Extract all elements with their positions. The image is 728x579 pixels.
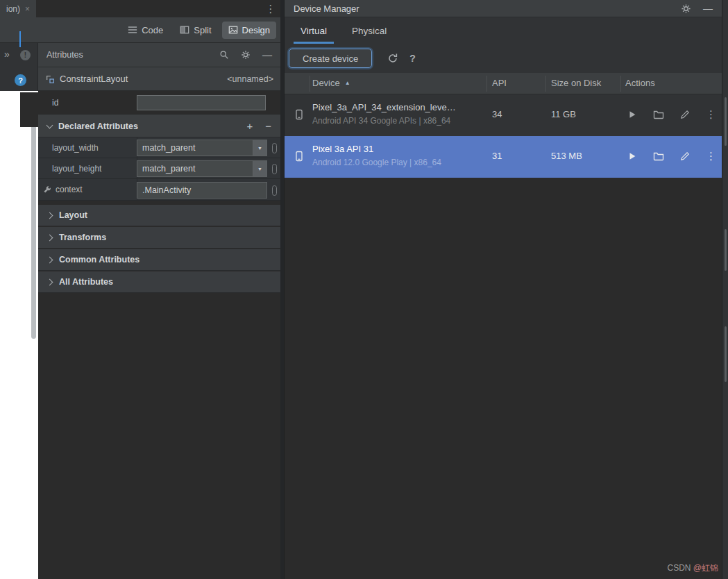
tab-virtual-label: Virtual bbox=[300, 26, 327, 36]
device-size: 11 GB bbox=[551, 109, 576, 119]
column-header-device[interactable]: Device ▲ bbox=[312, 78, 350, 88]
phone-device-icon bbox=[294, 151, 305, 162]
split-mode-button[interactable]: Split bbox=[173, 22, 217, 39]
chevron-down-icon[interactable]: ▼ bbox=[253, 161, 266, 176]
attribute-label: context bbox=[56, 185, 83, 194]
design-icon bbox=[228, 25, 238, 35]
tools-attribute-pill-icon[interactable] bbox=[272, 185, 277, 196]
edit-pencil-icon[interactable] bbox=[680, 151, 690, 161]
id-label: id bbox=[52, 98, 58, 108]
section-transforms[interactable]: Transforms bbox=[38, 227, 280, 249]
tools-attribute-pill-icon[interactable] bbox=[272, 164, 277, 174]
canvas-scrollbar[interactable] bbox=[31, 97, 36, 339]
section-all-attributes[interactable]: All Attributes bbox=[38, 271, 280, 293]
editor-more-icon[interactable]: ⋮ bbox=[264, 1, 278, 16]
device-manager-tabs: Virtual Physical bbox=[285, 17, 722, 44]
attribute-label: layout_width bbox=[52, 137, 99, 158]
design-canvas[interactable] bbox=[0, 91, 38, 579]
component-name: ConstraintLayout bbox=[60, 74, 128, 84]
split-mode-label: Split bbox=[194, 25, 211, 35]
attribute-label: layout_height bbox=[52, 158, 101, 178]
editor-tab-strip: ion) × ⋮ bbox=[0, 0, 280, 17]
wrench-icon bbox=[43, 185, 51, 194]
attributes-title: Attributes bbox=[46, 50, 83, 60]
sort-ascending-icon[interactable]: ▲ bbox=[345, 80, 350, 86]
context-field[interactable]: .MainActivity bbox=[137, 182, 267, 199]
device-row[interactable]: Pixel_3a_API_34_extension_leve… Android … bbox=[285, 94, 722, 136]
chevron-right-icon bbox=[46, 278, 53, 285]
column-header-device-label: Device bbox=[312, 78, 340, 88]
code-mode-button[interactable]: Code bbox=[121, 22, 169, 39]
device-api: 31 bbox=[492, 151, 502, 161]
gear-icon[interactable] bbox=[681, 3, 691, 14]
declared-attributes-header[interactable]: Declared Attributes + − bbox=[38, 115, 280, 137]
device-manager-toolbar: Create device ? bbox=[285, 44, 722, 73]
help-badge-icon[interactable]: ? bbox=[15, 74, 26, 86]
stripe-mark bbox=[725, 326, 727, 382]
chevron-down-icon[interactable]: ▼ bbox=[253, 140, 266, 156]
refresh-icon[interactable] bbox=[387, 53, 398, 64]
attributes-header: Attributes — bbox=[38, 43, 280, 67]
tab-virtual[interactable]: Virtual bbox=[290, 17, 337, 44]
launch-play-icon[interactable] bbox=[627, 110, 637, 119]
device-manager-panel: Device Manager — Virtual Physical Create bbox=[284, 0, 722, 579]
chevron-down-icon bbox=[46, 121, 53, 128]
column-header-api[interactable]: API bbox=[492, 78, 507, 88]
minimize-icon[interactable]: — bbox=[262, 51, 272, 58]
design-mode-button[interactable]: Design bbox=[222, 22, 276, 39]
attributes-panel: Attributes — Constraint bbox=[38, 43, 280, 579]
header-divider bbox=[545, 76, 546, 92]
add-attribute-icon[interactable]: + bbox=[246, 120, 253, 132]
device-row-selected[interactable]: Pixel 3a API 31 Android 12.0 Google Play… bbox=[285, 136, 722, 178]
tab-physical-label: Physical bbox=[352, 26, 387, 36]
device-name: Pixel 3a API 31 bbox=[312, 144, 373, 154]
tab-physical[interactable]: Physical bbox=[341, 17, 397, 44]
attribute-row-layout-height: layout_height match_parent ▼ bbox=[38, 158, 280, 179]
gear-icon[interactable] bbox=[241, 50, 251, 60]
right-toolwindow-stripe bbox=[722, 0, 728, 579]
create-device-button[interactable]: Create device bbox=[289, 49, 372, 68]
layout-height-combobox[interactable]: match_parent ▼ bbox=[137, 160, 267, 177]
chevron-right-icon bbox=[46, 234, 53, 241]
layout-width-combobox[interactable]: match_parent ▼ bbox=[137, 140, 267, 156]
component-tree-item-constraintlayout[interactable]: ConstraintLayout <unnamed> bbox=[38, 67, 280, 91]
chevron-right-icon bbox=[46, 212, 53, 219]
help-icon[interactable]: ? bbox=[409, 53, 416, 64]
inspection-info-icon[interactable]: ! bbox=[20, 50, 31, 60]
attribute-value: match_parent bbox=[142, 164, 195, 174]
device-manager-titlebar: Device Manager — bbox=[285, 0, 722, 17]
close-icon[interactable]: × bbox=[25, 4, 30, 14]
attribute-row-context: context .MainActivity bbox=[38, 179, 280, 201]
attribute-value: .MainActivity bbox=[142, 185, 191, 195]
hide-stripe-icon[interactable]: » bbox=[4, 49, 10, 60]
more-options-icon[interactable]: ⋮ bbox=[706, 151, 716, 162]
device-manager-title: Device Manager bbox=[294, 3, 359, 14]
column-header-actions[interactable]: Actions bbox=[625, 78, 655, 88]
phone-device-icon bbox=[294, 109, 305, 120]
column-header-size[interactable]: Size on Disk bbox=[551, 78, 601, 88]
edit-pencil-icon[interactable] bbox=[680, 110, 690, 119]
watermark: CSDN @虹锦 bbox=[667, 562, 718, 574]
device-detail: Android 12.0 Google Play | x86_64 bbox=[312, 158, 441, 167]
more-options-icon[interactable]: ⋮ bbox=[706, 109, 716, 120]
component-id: <unnamed> bbox=[227, 74, 273, 84]
folder-icon[interactable] bbox=[653, 109, 664, 120]
code-icon bbox=[128, 25, 137, 35]
editor-tab[interactable]: ion) × bbox=[0, 0, 36, 17]
attribute-row-layout-width: layout_width match_parent ▼ bbox=[38, 137, 280, 158]
editor-mode-toolbar: Code Split Design bbox=[0, 17, 280, 43]
id-input[interactable] bbox=[137, 95, 266, 110]
canvas-dark-region bbox=[20, 92, 38, 127]
tools-attribute-pill-icon[interactable] bbox=[272, 143, 277, 153]
section-common-attributes[interactable]: Common Attributes bbox=[38, 249, 280, 271]
launch-play-icon[interactable] bbox=[627, 151, 637, 161]
watermark-handle: @虹锦 bbox=[693, 563, 718, 573]
folder-icon[interactable] bbox=[653, 151, 664, 162]
device-name: Pixel_3a_API_34_extension_leve… bbox=[312, 102, 456, 112]
device-table-header: Device ▲ API Size on Disk Actions bbox=[285, 73, 722, 94]
watermark-prefix: CSDN bbox=[667, 563, 693, 573]
search-icon[interactable] bbox=[219, 50, 229, 60]
minimize-icon[interactable]: — bbox=[703, 5, 713, 12]
section-layout[interactable]: Layout bbox=[38, 205, 280, 226]
remove-attribute-icon[interactable]: − bbox=[265, 120, 271, 132]
